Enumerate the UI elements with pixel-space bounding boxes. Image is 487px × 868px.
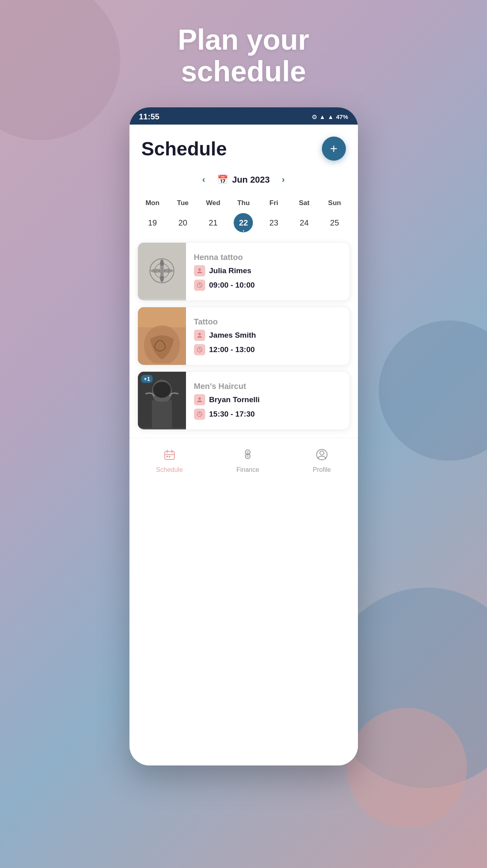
status-icons: ⊙ ▲ ▲ 47% (312, 113, 348, 121)
svg-rect-20 (169, 456, 170, 457)
nav-item-finance[interactable]: Finance (228, 446, 267, 475)
appointment-person-name-henna: Julia Rimes (209, 266, 252, 275)
phone-frame: 11:55 ⊙ ▲ ▲ 47% Schedule + ‹ 📅 Jun 2023 … (129, 107, 358, 765)
svg-point-26 (320, 451, 324, 455)
appointment-card-tattoo[interactable]: Tattoo James Smith (137, 307, 350, 365)
appointment-time-value-tattoo: 12:00 - 13:00 (209, 345, 255, 354)
appointment-service-tattoo: Tattoo (194, 317, 342, 326)
date-21[interactable]: 21 (198, 213, 228, 232)
bottom-nav: Schedule Finance (129, 438, 358, 485)
date-24[interactable]: 24 (289, 213, 319, 232)
day-fri: Fri (259, 197, 289, 209)
finance-nav-label: Finance (236, 466, 259, 473)
svg-point-6 (198, 268, 201, 271)
battery-text: 47% (336, 113, 348, 120)
appointment-time-tattoo: 12:00 - 13:00 (194, 344, 342, 355)
background-blob-4 (379, 320, 487, 461)
person-icon-henna (194, 265, 205, 276)
profile-nav-label: Profile (313, 466, 331, 473)
clock-icon-tattoo (194, 344, 205, 355)
person-icon-tattoo (194, 330, 205, 341)
background-blob-1 (0, 0, 120, 140)
date-22[interactable]: 22 (234, 213, 253, 232)
svg-point-4 (160, 260, 164, 266)
appointment-image-haircut: +1 (138, 372, 186, 429)
schedule-nav-label: Schedule (156, 466, 183, 473)
app-header: Schedule + (129, 125, 358, 169)
appointment-info-henna: Henna tattoo Julia Rimes (186, 243, 350, 300)
henna-image-svg (138, 243, 186, 299)
prev-month-button[interactable]: ‹ (198, 173, 209, 187)
status-bar: 11:55 ⊙ ▲ ▲ 47% (129, 107, 358, 125)
svg-point-15 (153, 382, 171, 398)
appointment-card-haircut[interactable]: +1 Men's Haircut Bryan Tornelli (137, 371, 350, 430)
clock-icon-henna (194, 280, 205, 291)
next-month-button[interactable]: › (278, 173, 289, 187)
appointment-person-henna: Julia Rimes (194, 265, 342, 276)
calendar-nav: ‹ 📅 Jun 2023 › (129, 169, 358, 191)
day-wed: Wed (198, 197, 228, 209)
app-content: Schedule + ‹ 📅 Jun 2023 › Mon Tue Wed Th… (129, 125, 358, 765)
appointments-list: Henna tattoo Julia Rimes (129, 242, 358, 430)
signal-icon: ▲ (328, 113, 334, 120)
status-time: 11:55 (139, 112, 160, 121)
appointment-info-tattoo: Tattoo James Smith (186, 307, 350, 365)
day-sat: Sat (289, 197, 319, 209)
day-tue: Tue (168, 197, 198, 209)
svg-point-5 (160, 276, 164, 282)
day-thu: Thu (228, 197, 259, 209)
tattoo-image-svg (138, 307, 186, 363)
svg-point-16 (198, 397, 201, 400)
date-20[interactable]: 20 (168, 213, 198, 232)
appointment-time-value-haircut: 15:30 - 17:30 (209, 410, 255, 419)
svg-rect-18 (165, 451, 174, 459)
appointment-person-tattoo: James Smith (194, 330, 342, 341)
page-title: Plan your schedule (178, 24, 309, 87)
schedule-nav-icon (163, 448, 176, 464)
days-of-week-header: Mon Tue Wed Thu Fri Sat Sun (129, 197, 358, 209)
svg-rect-19 (166, 456, 168, 457)
day-mon: Mon (137, 197, 168, 209)
date-23[interactable]: 23 (259, 213, 289, 232)
appointment-badge-haircut: +1 (141, 375, 153, 383)
wifi-icon: ▲ (319, 113, 325, 120)
date-22-wrapper: 22 (228, 213, 259, 232)
appointment-person-name-tattoo: James Smith (209, 331, 256, 340)
date-19[interactable]: 19 (137, 213, 168, 232)
dates-row: 19 20 21 22 23 24 25 (129, 213, 358, 232)
key-icon: ⊙ (312, 113, 317, 121)
date-25[interactable]: 25 (319, 213, 350, 232)
add-button[interactable]: + (322, 137, 346, 161)
appointment-time-haircut: 15:30 - 17:30 (194, 409, 342, 420)
day-sun: Sun (319, 197, 350, 209)
nav-item-profile[interactable]: Profile (305, 446, 339, 475)
app-title: Schedule (141, 138, 227, 160)
svg-point-22 (247, 451, 249, 453)
calendar-month-display: 📅 Jun 2023 (217, 175, 270, 185)
profile-nav-icon (315, 448, 328, 464)
background-blob-3 (347, 708, 467, 828)
appointment-service-henna: Henna tattoo (194, 253, 342, 262)
finance-nav-icon (241, 448, 254, 464)
appointment-person-haircut: Bryan Tornelli (194, 394, 342, 405)
svg-rect-9 (138, 307, 186, 327)
appointment-time-henna: 09:00 - 10:00 (194, 280, 342, 291)
calendar-month-label: Jun 2023 (232, 175, 270, 185)
appointment-service-haircut: Men's Haircut (194, 382, 342, 391)
svg-point-24 (247, 455, 249, 457)
clock-icon-haircut (194, 409, 205, 420)
nav-item-schedule[interactable]: Schedule (148, 446, 191, 475)
appointment-image-henna (138, 243, 186, 300)
appointment-time-value-henna: 09:00 - 10:00 (209, 281, 255, 290)
appointment-card-henna[interactable]: Henna tattoo Julia Rimes (137, 242, 350, 301)
appointment-image-tattoo (138, 307, 186, 365)
person-icon-haircut (194, 394, 205, 405)
svg-point-11 (198, 333, 201, 335)
appointment-person-name-haircut: Bryan Tornelli (209, 395, 260, 404)
calendar-icon: 📅 (217, 175, 228, 185)
appointment-info-haircut: Men's Haircut Bryan Tornelli (186, 372, 350, 429)
